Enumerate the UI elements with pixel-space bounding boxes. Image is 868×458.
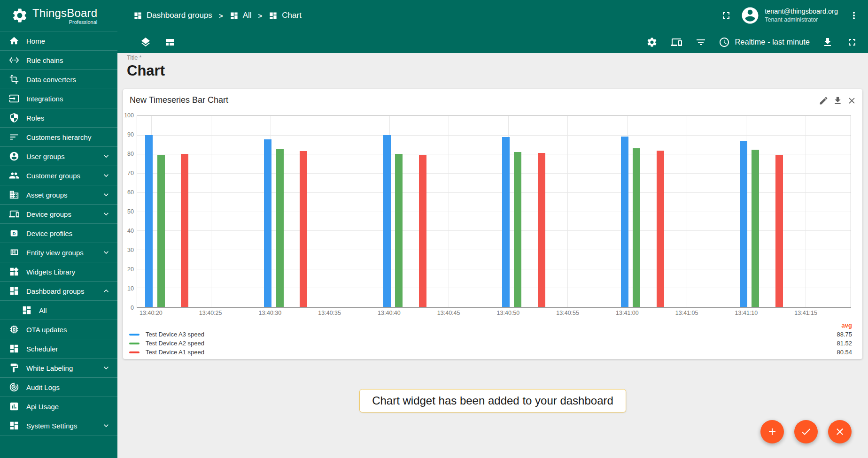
pencil-icon bbox=[819, 96, 829, 106]
bar-series-2 bbox=[633, 148, 640, 307]
avatar[interactable] bbox=[740, 6, 760, 25]
h-gridline bbox=[137, 135, 851, 136]
sidebar-item-all[interactable]: All bbox=[0, 301, 117, 320]
legend-row[interactable]: Test Device A3 speed88.75 bbox=[129, 330, 852, 339]
sidebar-item-device-groups[interactable]: Device groups bbox=[0, 205, 117, 224]
widget-card: New Timeseries Bar Chart 010203040506070… bbox=[123, 89, 862, 359]
breadcrumb-item-all[interactable]: All bbox=[230, 11, 252, 20]
sidebar-item-dashboard-groups[interactable]: Dashboard groups bbox=[0, 282, 117, 301]
x-tick-label: 13:40:30 bbox=[259, 310, 282, 316]
x-tick-label: 13:41:00 bbox=[616, 310, 639, 316]
entity-aliases-button[interactable] bbox=[667, 33, 686, 52]
fullscreen-icon bbox=[846, 37, 858, 48]
toolbar-right: Realtime - last minute bbox=[643, 33, 861, 52]
manage-states-button[interactable] bbox=[161, 33, 179, 52]
add-widget-fab[interactable] bbox=[760, 420, 784, 443]
sidebar-item-label: OTA updates bbox=[26, 326, 67, 334]
roles-icon bbox=[9, 113, 19, 123]
breadcrumb-label: All bbox=[243, 11, 252, 20]
y-tick-label: 0 bbox=[131, 305, 134, 311]
filters-button[interactable] bbox=[691, 33, 710, 52]
breadcrumb-item-chart[interactable]: Chart bbox=[269, 11, 302, 20]
sidebar-item-audit-logs[interactable]: Audit Logs bbox=[0, 378, 117, 397]
rule-chains-icon bbox=[9, 55, 19, 65]
legend-avg-header: avg bbox=[842, 322, 852, 329]
y-axis-labels: 0102030405060708090100 bbox=[123, 115, 135, 308]
bar-series-3 bbox=[181, 154, 188, 307]
data-converters-icon bbox=[9, 74, 19, 84]
x-axis-labels: 13:40:2013:40:2513:40:3013:40:3513:40:40… bbox=[137, 310, 851, 317]
gear-icon bbox=[646, 37, 658, 48]
user-info[interactable]: tenant@thingsboard.org Tenant administra… bbox=[765, 7, 838, 23]
y-tick-label: 90 bbox=[127, 131, 134, 138]
filter-icon bbox=[695, 37, 706, 48]
entity-view-groups-icon bbox=[9, 247, 19, 258]
sidebar-item-data-converters[interactable]: Data converters bbox=[0, 70, 117, 89]
sidebar-item-device-profiles[interactable]: DDevice profiles bbox=[0, 224, 117, 243]
sidebar-item-roles[interactable]: Roles bbox=[0, 108, 117, 128]
cancel-changes-fab[interactable] bbox=[828, 420, 852, 443]
fullscreen-button[interactable] bbox=[717, 6, 736, 25]
sidebar-item-home[interactable]: Home bbox=[0, 31, 117, 51]
sidebar-item-label: White Labeling bbox=[26, 364, 73, 372]
brand-name: ThingsBoard bbox=[32, 7, 97, 20]
plus-icon bbox=[767, 426, 778, 437]
legend-row[interactable]: Test Device A1 speed80.54 bbox=[129, 348, 852, 357]
sidebar-item-white-labeling[interactable]: White Labeling bbox=[0, 359, 117, 378]
widget-title: New Timeseries Bar Chart bbox=[130, 95, 228, 105]
sidebar-item-label: Data converters bbox=[26, 76, 76, 84]
bar-series-2 bbox=[276, 149, 284, 307]
sidebar-item-asset-groups[interactable]: Asset groups bbox=[0, 185, 117, 205]
remove-widget-button[interactable] bbox=[845, 93, 859, 107]
chevron-down-icon bbox=[101, 209, 111, 219]
x-tick-label: 13:40:50 bbox=[497, 310, 520, 316]
manage-layouts-button[interactable] bbox=[136, 33, 155, 52]
dashboard-title-input[interactable]: Chart bbox=[127, 62, 868, 79]
sidebar-item-ota-updates[interactable]: OTA updates bbox=[0, 320, 117, 339]
breadcrumb-separator: > bbox=[219, 12, 223, 20]
breadcrumb: Dashboard groups>All>Chart bbox=[133, 11, 302, 20]
v-gridline bbox=[567, 116, 568, 307]
widget-actions bbox=[816, 93, 859, 107]
legend-series-avg: 80.54 bbox=[837, 349, 852, 356]
sidebar-item-label: Audit Logs bbox=[26, 383, 60, 391]
sidebar-item-label: Customers hierarchy bbox=[26, 133, 91, 141]
sidebar-item-rule-chains[interactable]: Rule chains bbox=[0, 51, 117, 70]
toolbar-fullscreen-button[interactable] bbox=[843, 33, 861, 52]
dashboard-icon bbox=[9, 286, 19, 296]
sidebar-item-scheduler[interactable]: Scheduler bbox=[0, 339, 117, 359]
apply-changes-fab[interactable] bbox=[794, 420, 818, 443]
sidebar-item-label: Integrations bbox=[26, 95, 63, 103]
export-dashboard-button[interactable] bbox=[818, 33, 837, 52]
more-menu-button[interactable] bbox=[845, 6, 863, 25]
sidebar-item-customers-hierarchy[interactable]: Customers hierarchy bbox=[0, 128, 117, 147]
timewindow-label: Realtime - last minute bbox=[735, 38, 810, 46]
export-widget-button[interactable] bbox=[830, 93, 845, 107]
sidebar-item-integrations[interactable]: Integrations bbox=[0, 89, 117, 108]
y-tick-label: 60 bbox=[127, 189, 134, 196]
sidebar-item-customer-groups[interactable]: Customer groups bbox=[0, 166, 117, 185]
asset-groups-icon bbox=[9, 190, 19, 200]
sidebar-item-api-usage[interactable]: Api Usage bbox=[0, 397, 117, 416]
sidebar-item-label: Home bbox=[26, 37, 45, 45]
dashboard-settings-button[interactable] bbox=[643, 33, 661, 52]
svg-text:D: D bbox=[13, 231, 16, 236]
legend-row[interactable]: Test Device A2 speed81.52 bbox=[129, 339, 852, 348]
sidebar-item-entity-view-groups[interactable]: Entity view groups bbox=[0, 243, 117, 262]
timewindow-button[interactable]: Realtime - last minute bbox=[716, 37, 813, 48]
brand[interactable]: ThingsBoard Professional bbox=[0, 0, 117, 31]
sidebar-item-label: Customer groups bbox=[26, 172, 80, 180]
dashboard-icon bbox=[133, 11, 142, 20]
legend-series-name: Test Device A1 speed bbox=[146, 349, 204, 356]
y-tick-label: 80 bbox=[127, 151, 134, 157]
breadcrumb-item-dashboard-groups[interactable]: Dashboard groups bbox=[133, 11, 212, 20]
sidebar-item-widgets-library[interactable]: Widgets Library bbox=[0, 262, 117, 282]
thingsboard-logo-icon bbox=[11, 7, 28, 24]
sidebar-item-system-settings[interactable]: System Settings bbox=[0, 416, 117, 435]
sidebar-item-user-groups[interactable]: User groups bbox=[0, 147, 117, 166]
y-tick-label: 100 bbox=[124, 112, 134, 119]
bar-series-1 bbox=[145, 135, 153, 307]
customers-hierarchy-icon bbox=[9, 132, 19, 142]
edit-widget-button[interactable] bbox=[816, 93, 830, 107]
layout-icon bbox=[164, 37, 176, 48]
